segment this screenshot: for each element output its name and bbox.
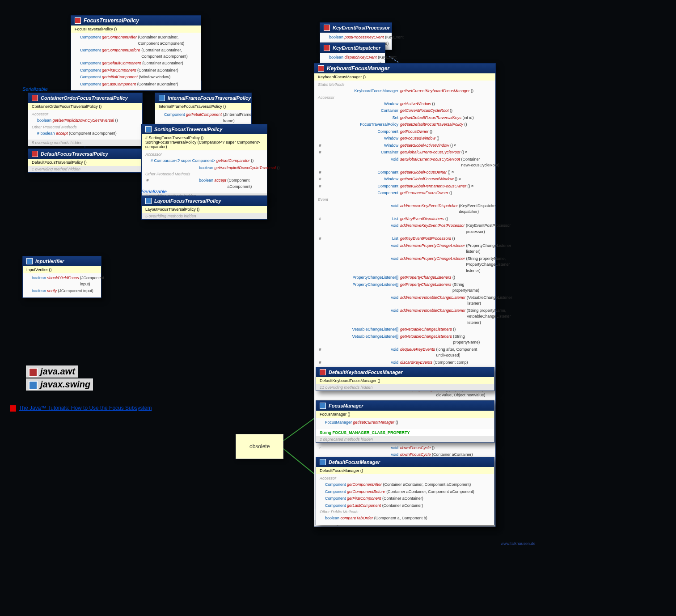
class-title: InternalFrameFocusTraversalPolicy: [168, 95, 251, 101]
legend-icon: [29, 368, 38, 377]
hidden-note: 1 overriding method hidden: [28, 166, 142, 172]
svg-line-12: [282, 416, 317, 442]
obsolete-note: obsolete: [236, 434, 283, 459]
constructor: DefaultFocusTraversalPolicy (): [28, 159, 142, 166]
class-icon: [26, 258, 33, 264]
hidden-note: 2 deprecated methods hidden: [316, 436, 494, 442]
group-public: Other Public Methods: [320, 509, 490, 515]
class-title: FocusManager: [329, 403, 363, 408]
tutorial-link[interactable]: The Java™ Tutorials: How to Use the Focu…: [10, 405, 152, 412]
group-protected: Other Protected Methods: [145, 171, 263, 177]
class-layoutfocustraversalpolicy[interactable]: LayoutFocusTraversalPolicy LayoutFocusTr…: [141, 195, 267, 220]
constructor: ContainerOrderFocusTraversalPolicy (): [28, 103, 142, 110]
group-event: Event: [318, 197, 492, 203]
class-focusmanager[interactable]: FocusManager FocusManager () FocusManage…: [316, 400, 494, 443]
constructor: DefaultFocusManager (): [316, 467, 494, 474]
constructor: LayoutFocusTraversalPolicy (): [142, 206, 267, 213]
serializable-label: Serializable: [22, 86, 48, 92]
group-accessor: Accessor: [32, 111, 139, 117]
group-protected: Other Protected Methods: [32, 124, 139, 130]
constructor: FocusTraversalPolicy (): [71, 25, 201, 33]
constructor: InternalFrameFocusTraversalPolicy (): [155, 103, 251, 110]
constants: String FOCUS_MANAGER_CLASS_PROPERTY: [316, 429, 494, 436]
constructor: KeyboardFocusManager (): [314, 73, 495, 81]
constructor: DefaultKeyboardFocusManager (): [316, 377, 494, 384]
group-static: Static Methods: [318, 82, 492, 88]
class-defaultkeyboardfocusmanager[interactable]: DefaultKeyboardFocusManager DefaultKeybo…: [316, 367, 494, 391]
class-icon: [318, 65, 324, 72]
group-accessor: Accessor: [320, 476, 490, 481]
hidden-note: 5 overriding methods hidden: [142, 213, 267, 219]
class-icon: [320, 459, 326, 465]
class-inputverifier[interactable]: InputVerifier InputVerifier () boolean s…: [22, 256, 101, 298]
credit: www.falkhausen.de: [501, 541, 536, 546]
legend-swing: javax.swing: [26, 378, 93, 391]
legend-icon: [29, 381, 38, 390]
group-accessor: Accessor: [145, 152, 263, 157]
class-defaultfocusmanager[interactable]: DefaultFocusManager DefaultFocusManager …: [316, 457, 494, 525]
class-title: SortingFocusTraversalPolicy: [154, 127, 222, 132]
class-icon: [75, 17, 81, 24]
legend-awt: java.awt: [26, 365, 78, 378]
class-title: FocusTraversalPolicy: [84, 17, 139, 24]
class-icon: [32, 151, 38, 157]
class-title: KeyEventPostProcessor: [333, 25, 390, 30]
class-icon: [32, 95, 38, 101]
class-title: LayoutFocusTraversalPolicy: [154, 198, 221, 204]
interface-icon: [324, 45, 330, 51]
class-internalframefocustraversalpolicy[interactable]: InternalFrameFocusTraversalPolicy Intern…: [155, 93, 252, 127]
group-accessor: Accessor: [318, 95, 492, 101]
class-title: DefaultFocusTraversalPolicy: [41, 151, 108, 157]
hidden-note: 5 overriding methods hidden: [28, 140, 142, 146]
class-title: ContainerOrderFocusTraversalPolicy: [41, 95, 128, 101]
class-title: InputVerifier: [35, 259, 64, 264]
serializable-label: Serializable: [141, 189, 167, 194]
hidden-note: 11 overriding methods hidden: [316, 384, 494, 391]
class-icon: [159, 95, 165, 101]
class-containerorderfocustraversalpolicy[interactable]: ContainerOrderFocusTraversalPolicy Conta…: [28, 93, 143, 146]
class-title: KeyboardFocusManager: [327, 65, 389, 72]
link-icon: [10, 405, 16, 412]
class-icon: [320, 369, 326, 375]
class-title: KeyEventDispatcher: [333, 45, 380, 51]
class-sortingfocustraversalpolicy[interactable]: SortingFocusTraversalPolicy # SortingFoc…: [141, 124, 267, 200]
interface-icon: [324, 25, 330, 31]
class-title: DefaultFocusManager: [329, 459, 380, 465]
constructor: FocusManager (): [316, 411, 494, 418]
class-icon: [145, 126, 152, 132]
constructor: InputVerifier (): [23, 266, 101, 273]
class-icon: [320, 403, 326, 409]
class-focustraversalpolicy[interactable]: FocusTraversalPolicy FocusTraversalPolic…: [71, 15, 201, 91]
class-title: DefaultKeyboardFocusManager: [329, 370, 403, 375]
class-defaultfocustraversalpolicy[interactable]: DefaultFocusTraversalPolicy DefaultFocus…: [28, 149, 143, 173]
class-icon: [145, 198, 152, 204]
svg-line-13: [282, 447, 317, 476]
